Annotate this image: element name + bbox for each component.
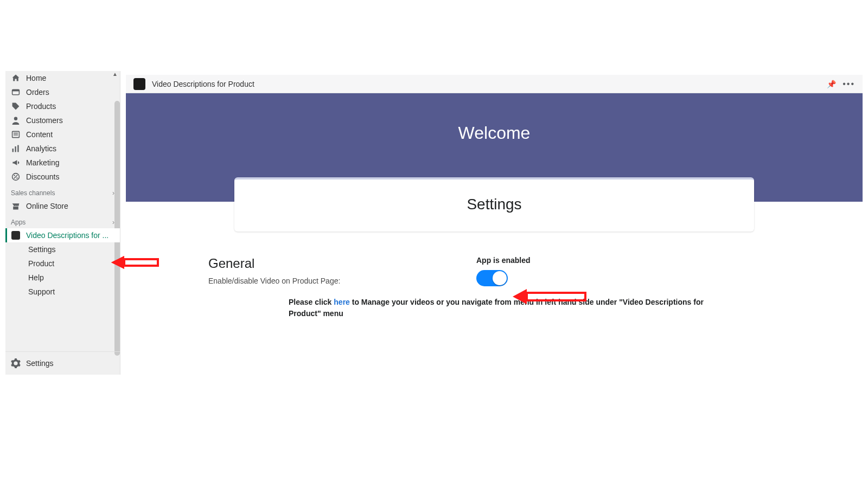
sidebar-item-label: Home [26, 74, 46, 82]
sidebar-item-label: Products [26, 102, 56, 111]
sidebar-sub-label: Product [28, 259, 54, 268]
toggle-label: App is enabled [476, 256, 531, 265]
svg-point-11 [16, 177, 17, 178]
app-icon [133, 78, 145, 90]
svg-rect-5 [14, 134, 18, 136]
sidebar-sub-label: Settings [28, 245, 56, 254]
sidebar-sub-settings[interactable]: Settings [5, 242, 120, 256]
home-icon [11, 74, 21, 82]
sidebar-item-label: Video Descriptions for ... [26, 231, 108, 240]
enable-toggle[interactable] [476, 270, 508, 286]
more-icon[interactable]: ••• [843, 79, 855, 89]
toggle-knob [493, 271, 507, 285]
sidebar-item-orders[interactable]: Orders [5, 85, 120, 99]
svg-rect-6 [12, 149, 14, 152]
sidebar: ▲ Home Orders Products Customers Content… [5, 71, 120, 375]
content-icon [11, 130, 21, 139]
toggle-section: App is enabled [476, 256, 531, 286]
sidebar-item-label: Orders [26, 88, 49, 97]
app-title: Video Descriptions for Product [152, 80, 254, 88]
sidebar-item-label: Customers [26, 116, 63, 125]
note-post: to Manage your videos or you navigate fr… [289, 298, 704, 318]
svg-rect-7 [15, 146, 16, 152]
scroll-up-icon[interactable]: ▲ [112, 71, 118, 77]
sidebar-sub-help[interactable]: Help [5, 271, 120, 285]
sidebar-section-sales-channels[interactable]: Sales channels › [5, 184, 120, 199]
section-label-text: Apps [11, 219, 25, 226]
discounts-icon [11, 172, 21, 181]
sidebar-item-analytics[interactable]: Analytics [5, 142, 120, 156]
sidebar-sub-support[interactable]: Support [5, 285, 120, 299]
sidebar-sub-label: Help [28, 273, 44, 282]
section-label-text: Sales channels [11, 189, 55, 197]
app-topbar: Video Descriptions for Product 📌 ••• [126, 75, 863, 93]
sidebar-item-label: Content [26, 130, 53, 139]
sidebar-item-label: Analytics [26, 144, 56, 153]
sidebar-settings-bottom[interactable]: Settings [5, 351, 120, 375]
sidebar-item-label: Discounts [26, 172, 59, 181]
sidebar-section-apps[interactable]: Apps › [5, 213, 120, 228]
sidebar-item-label: Marketing [26, 158, 59, 167]
manage-note: Please click here to Manage your videos … [289, 297, 723, 319]
pin-icon[interactable]: 📌 [827, 80, 836, 88]
sidebar-item-customers[interactable]: Customers [5, 113, 120, 127]
card-title: Settings [234, 196, 754, 213]
note-pre: Please click [289, 298, 334, 306]
manage-here-link[interactable]: here [334, 298, 350, 306]
sidebar-item-discounts[interactable]: Discounts [5, 170, 120, 184]
products-icon [11, 102, 21, 111]
marketing-icon [11, 158, 21, 167]
svg-rect-8 [17, 145, 18, 152]
svg-rect-1 [12, 89, 20, 91]
settings-bottom-label: Settings [26, 359, 54, 368]
settings-card: Settings [234, 177, 754, 232]
sidebar-item-home[interactable]: Home [5, 71, 120, 85]
main-area: Welcome Settings General Enable/disable … [126, 93, 863, 371]
app-square-icon [11, 231, 21, 240]
svg-point-10 [14, 175, 15, 176]
svg-point-2 [14, 117, 17, 120]
customers-icon [11, 116, 21, 125]
sidebar-sub-product[interactable]: Product [5, 256, 120, 271]
sidebar-sub-label: Support [28, 287, 55, 296]
svg-rect-4 [14, 133, 18, 134]
sidebar-item-products[interactable]: Products [5, 99, 120, 113]
sidebar-item-app-video-descriptions[interactable]: Video Descriptions for ... [5, 228, 120, 242]
analytics-icon [11, 144, 21, 153]
sidebar-item-marketing[interactable]: Marketing [5, 156, 120, 170]
sidebar-item-label: Online Store [26, 202, 68, 210]
orders-icon [11, 88, 21, 97]
gear-icon [11, 358, 21, 368]
store-icon [11, 202, 21, 210]
sidebar-item-content[interactable]: Content [5, 127, 120, 142]
sidebar-item-online-store[interactable]: Online Store [5, 199, 120, 213]
